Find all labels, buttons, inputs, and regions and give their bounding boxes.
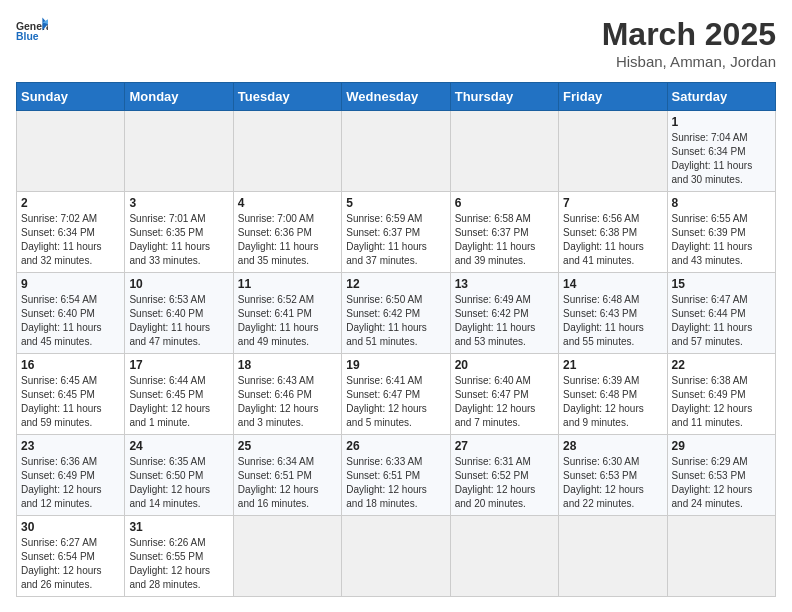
day-info: Sunrise: 6:47 AM Sunset: 6:44 PM Dayligh…	[672, 293, 771, 349]
day-number: 11	[238, 277, 337, 291]
calendar-cell: 12Sunrise: 6:50 AM Sunset: 6:42 PM Dayli…	[342, 273, 450, 354]
day-info: Sunrise: 6:27 AM Sunset: 6:54 PM Dayligh…	[21, 536, 120, 592]
calendar-cell: 2Sunrise: 7:02 AM Sunset: 6:34 PM Daylig…	[17, 192, 125, 273]
calendar-cell	[233, 516, 341, 597]
calendar-cell	[233, 111, 341, 192]
calendar-table: SundayMondayTuesdayWednesdayThursdayFrid…	[16, 82, 776, 597]
day-info: Sunrise: 6:49 AM Sunset: 6:42 PM Dayligh…	[455, 293, 554, 349]
day-number: 23	[21, 439, 120, 453]
calendar-cell: 1Sunrise: 7:04 AM Sunset: 6:34 PM Daylig…	[667, 111, 775, 192]
calendar-cell: 19Sunrise: 6:41 AM Sunset: 6:47 PM Dayli…	[342, 354, 450, 435]
calendar-cell: 21Sunrise: 6:39 AM Sunset: 6:48 PM Dayli…	[559, 354, 667, 435]
day-info: Sunrise: 6:41 AM Sunset: 6:47 PM Dayligh…	[346, 374, 445, 430]
calendar-cell: 28Sunrise: 6:30 AM Sunset: 6:53 PM Dayli…	[559, 435, 667, 516]
calendar-cell: 10Sunrise: 6:53 AM Sunset: 6:40 PM Dayli…	[125, 273, 233, 354]
calendar-cell	[450, 516, 558, 597]
day-number: 12	[346, 277, 445, 291]
day-info: Sunrise: 6:39 AM Sunset: 6:48 PM Dayligh…	[563, 374, 662, 430]
day-number: 31	[129, 520, 228, 534]
weekday-header-sunday: Sunday	[17, 83, 125, 111]
calendar-week-row: 16Sunrise: 6:45 AM Sunset: 6:45 PM Dayli…	[17, 354, 776, 435]
day-info: Sunrise: 6:48 AM Sunset: 6:43 PM Dayligh…	[563, 293, 662, 349]
day-info: Sunrise: 6:58 AM Sunset: 6:37 PM Dayligh…	[455, 212, 554, 268]
day-number: 16	[21, 358, 120, 372]
title-area: March 2025 Hisban, Amman, Jordan	[602, 16, 776, 70]
day-number: 28	[563, 439, 662, 453]
day-info: Sunrise: 6:50 AM Sunset: 6:42 PM Dayligh…	[346, 293, 445, 349]
calendar-cell: 15Sunrise: 6:47 AM Sunset: 6:44 PM Dayli…	[667, 273, 775, 354]
day-info: Sunrise: 6:43 AM Sunset: 6:46 PM Dayligh…	[238, 374, 337, 430]
day-info: Sunrise: 6:31 AM Sunset: 6:52 PM Dayligh…	[455, 455, 554, 511]
day-number: 9	[21, 277, 120, 291]
location-subtitle: Hisban, Amman, Jordan	[602, 53, 776, 70]
calendar-cell	[125, 111, 233, 192]
day-number: 4	[238, 196, 337, 210]
day-info: Sunrise: 7:02 AM Sunset: 6:34 PM Dayligh…	[21, 212, 120, 268]
calendar-cell: 29Sunrise: 6:29 AM Sunset: 6:53 PM Dayli…	[667, 435, 775, 516]
calendar-cell: 30Sunrise: 6:27 AM Sunset: 6:54 PM Dayli…	[17, 516, 125, 597]
weekday-header-monday: Monday	[125, 83, 233, 111]
day-number: 3	[129, 196, 228, 210]
day-number: 27	[455, 439, 554, 453]
svg-text:Blue: Blue	[16, 31, 39, 42]
day-info: Sunrise: 6:55 AM Sunset: 6:39 PM Dayligh…	[672, 212, 771, 268]
day-number: 19	[346, 358, 445, 372]
calendar-cell: 20Sunrise: 6:40 AM Sunset: 6:47 PM Dayli…	[450, 354, 558, 435]
day-info: Sunrise: 6:59 AM Sunset: 6:37 PM Dayligh…	[346, 212, 445, 268]
day-number: 29	[672, 439, 771, 453]
day-number: 5	[346, 196, 445, 210]
weekday-header-friday: Friday	[559, 83, 667, 111]
calendar-cell: 8Sunrise: 6:55 AM Sunset: 6:39 PM Daylig…	[667, 192, 775, 273]
day-number: 21	[563, 358, 662, 372]
day-info: Sunrise: 6:54 AM Sunset: 6:40 PM Dayligh…	[21, 293, 120, 349]
day-info: Sunrise: 6:34 AM Sunset: 6:51 PM Dayligh…	[238, 455, 337, 511]
day-info: Sunrise: 7:00 AM Sunset: 6:36 PM Dayligh…	[238, 212, 337, 268]
calendar-cell: 24Sunrise: 6:35 AM Sunset: 6:50 PM Dayli…	[125, 435, 233, 516]
day-number: 13	[455, 277, 554, 291]
day-number: 6	[455, 196, 554, 210]
day-info: Sunrise: 7:04 AM Sunset: 6:34 PM Dayligh…	[672, 131, 771, 187]
calendar-cell: 4Sunrise: 7:00 AM Sunset: 6:36 PM Daylig…	[233, 192, 341, 273]
day-info: Sunrise: 6:26 AM Sunset: 6:55 PM Dayligh…	[129, 536, 228, 592]
calendar-cell: 31Sunrise: 6:26 AM Sunset: 6:55 PM Dayli…	[125, 516, 233, 597]
day-number: 25	[238, 439, 337, 453]
calendar-week-row: 30Sunrise: 6:27 AM Sunset: 6:54 PM Dayli…	[17, 516, 776, 597]
calendar-week-row: 23Sunrise: 6:36 AM Sunset: 6:49 PM Dayli…	[17, 435, 776, 516]
day-number: 14	[563, 277, 662, 291]
day-info: Sunrise: 6:53 AM Sunset: 6:40 PM Dayligh…	[129, 293, 228, 349]
day-info: Sunrise: 6:44 AM Sunset: 6:45 PM Dayligh…	[129, 374, 228, 430]
day-number: 7	[563, 196, 662, 210]
calendar-cell: 14Sunrise: 6:48 AM Sunset: 6:43 PM Dayli…	[559, 273, 667, 354]
day-number: 30	[21, 520, 120, 534]
day-info: Sunrise: 6:52 AM Sunset: 6:41 PM Dayligh…	[238, 293, 337, 349]
day-info: Sunrise: 6:33 AM Sunset: 6:51 PM Dayligh…	[346, 455, 445, 511]
calendar-cell: 16Sunrise: 6:45 AM Sunset: 6:45 PM Dayli…	[17, 354, 125, 435]
calendar-cell	[342, 516, 450, 597]
weekday-header-row: SundayMondayTuesdayWednesdayThursdayFrid…	[17, 83, 776, 111]
logo-icon: General Blue	[16, 16, 48, 44]
weekday-header-saturday: Saturday	[667, 83, 775, 111]
day-info: Sunrise: 7:01 AM Sunset: 6:35 PM Dayligh…	[129, 212, 228, 268]
calendar-cell: 23Sunrise: 6:36 AM Sunset: 6:49 PM Dayli…	[17, 435, 125, 516]
calendar-cell: 27Sunrise: 6:31 AM Sunset: 6:52 PM Dayli…	[450, 435, 558, 516]
calendar-cell: 18Sunrise: 6:43 AM Sunset: 6:46 PM Dayli…	[233, 354, 341, 435]
day-info: Sunrise: 6:29 AM Sunset: 6:53 PM Dayligh…	[672, 455, 771, 511]
logo: General Blue	[16, 16, 48, 44]
day-info: Sunrise: 6:40 AM Sunset: 6:47 PM Dayligh…	[455, 374, 554, 430]
page-header: General Blue March 2025 Hisban, Amman, J…	[16, 16, 776, 70]
calendar-cell	[17, 111, 125, 192]
day-info: Sunrise: 6:35 AM Sunset: 6:50 PM Dayligh…	[129, 455, 228, 511]
calendar-cell: 3Sunrise: 7:01 AM Sunset: 6:35 PM Daylig…	[125, 192, 233, 273]
calendar-cell: 22Sunrise: 6:38 AM Sunset: 6:49 PM Dayli…	[667, 354, 775, 435]
day-number: 2	[21, 196, 120, 210]
calendar-week-row: 2Sunrise: 7:02 AM Sunset: 6:34 PM Daylig…	[17, 192, 776, 273]
calendar-cell	[450, 111, 558, 192]
calendar-cell: 5Sunrise: 6:59 AM Sunset: 6:37 PM Daylig…	[342, 192, 450, 273]
calendar-cell	[559, 111, 667, 192]
calendar-header: SundayMondayTuesdayWednesdayThursdayFrid…	[17, 83, 776, 111]
calendar-body: 1Sunrise: 7:04 AM Sunset: 6:34 PM Daylig…	[17, 111, 776, 597]
day-info: Sunrise: 6:36 AM Sunset: 6:49 PM Dayligh…	[21, 455, 120, 511]
calendar-cell: 13Sunrise: 6:49 AM Sunset: 6:42 PM Dayli…	[450, 273, 558, 354]
month-title: March 2025	[602, 16, 776, 53]
calendar-cell: 26Sunrise: 6:33 AM Sunset: 6:51 PM Dayli…	[342, 435, 450, 516]
